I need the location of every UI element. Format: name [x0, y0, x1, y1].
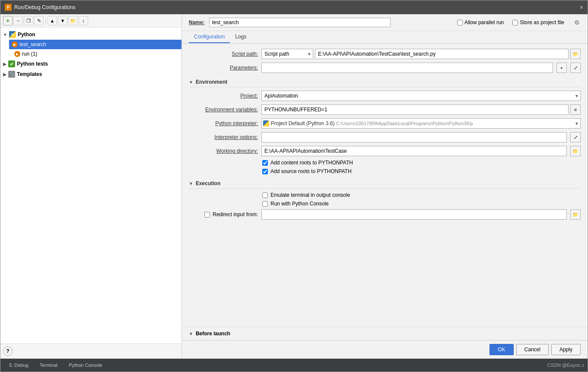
- move-down-button[interactable]: ▼: [58, 16, 67, 25]
- allow-parallel-run-checkbox[interactable]: [457, 20, 463, 25]
- tree-item-test-search-label: test_search: [19, 41, 46, 47]
- script-type-wrapper: Script path ▼: [261, 49, 313, 59]
- interpreter-py-icon: [263, 120, 269, 126]
- title-bar: P Run/Debug Configurations ×: [0, 0, 588, 14]
- python-group-label: Python: [18, 32, 35, 38]
- add-config-button[interactable]: +: [3, 16, 13, 25]
- add-source-roots-row: Add source roots to PYTHONPATH: [189, 168, 581, 174]
- script-path-wrapper: Script path ▼ 📁: [261, 49, 581, 59]
- project-select-wrapper: ApiAutomation ▼: [261, 91, 581, 101]
- help-button[interactable]: ?: [3, 347, 13, 356]
- python-group: ▼ P Python ▶ test_search ▶ run (1: [0, 29, 181, 59]
- emulate-terminal-label[interactable]: Emulate terminal in output console: [270, 192, 350, 198]
- tab-logs[interactable]: Logs: [230, 31, 251, 43]
- python-tests-group[interactable]: ▶ ✔ Python tests: [0, 59, 181, 69]
- run-debug-dialog: P Run/Debug Configurations × + − ❐ ✎ ▲ ▼…: [0, 0, 588, 372]
- interpreter-select[interactable]: [261, 118, 581, 129]
- run-with-python-console-row: Run with Python Console: [189, 201, 581, 207]
- gear-button[interactable]: ⚙: [573, 19, 581, 26]
- env-vars-edit-button[interactable]: ≡: [570, 104, 581, 115]
- script-path-browse-button[interactable]: 📁: [570, 49, 581, 59]
- script-type-select[interactable]: Script path: [261, 49, 313, 59]
- right-panel: Name: Allow parallel run Store as projec…: [182, 14, 588, 359]
- interpreter-options-input[interactable]: [261, 132, 567, 142]
- ok-button[interactable]: OK: [489, 344, 513, 355]
- working-dir-input[interactable]: [261, 146, 567, 156]
- redirect-input-left: Redirect input from:: [189, 211, 258, 218]
- add-source-roots-label[interactable]: Add source roots to PYTHONPATH: [270, 168, 352, 174]
- tab-configuration[interactable]: Configuration: [189, 31, 230, 43]
- environment-section-label: Environment: [196, 79, 227, 85]
- parameters-expand-button[interactable]: ⤢: [570, 63, 581, 73]
- move-up-button[interactable]: ▲: [48, 16, 57, 25]
- add-content-roots-checkbox[interactable]: [262, 160, 268, 166]
- working-dir-browse-button[interactable]: 📁: [570, 146, 581, 156]
- env-vars-row: Environment variables: ≡: [189, 104, 581, 115]
- templates-chevron: ▶: [3, 72, 6, 77]
- execution-chevron: ▼: [189, 181, 193, 186]
- tree-item-test-search[interactable]: ▶ test_search: [9, 40, 181, 49]
- app-icon: P: [5, 4, 12, 11]
- emulate-terminal-row: Emulate terminal in output console: [189, 192, 581, 198]
- sort-button[interactable]: ↕: [79, 16, 88, 25]
- store-as-project-label[interactable]: Store as project file: [512, 19, 564, 25]
- python-group-header[interactable]: ▼ P Python: [0, 29, 181, 40]
- env-vars-label: Environment variables:: [189, 107, 258, 113]
- run-icon-test-search: ▶: [12, 41, 18, 47]
- remove-config-button[interactable]: −: [13, 16, 23, 25]
- emulate-terminal-checkbox[interactable]: [262, 192, 268, 198]
- configuration-tree: ▼ P Python ▶ test_search ▶ run (1: [0, 28, 181, 344]
- name-input[interactable]: [209, 18, 391, 27]
- redirect-input-label[interactable]: Redirect input from:: [213, 211, 258, 218]
- execution-section-label: Execution: [196, 180, 220, 186]
- add-content-roots-label[interactable]: Add content roots to PYTHONPATH: [270, 160, 353, 166]
- run-icon-run: ▶: [14, 51, 20, 57]
- interpreter-options-expand-button[interactable]: ⤢: [570, 132, 581, 142]
- parameters-input[interactable]: [261, 63, 553, 73]
- main-content: + − ❐ ✎ ▲ ▼ 📁 ↕ ▼ P Python: [0, 14, 588, 359]
- templates-group[interactable]: ▶ 🔧 Templates: [0, 69, 181, 79]
- execution-section-header[interactable]: ▼ Execution: [189, 178, 581, 189]
- close-button[interactable]: ×: [580, 4, 583, 11]
- folder-button[interactable]: 📁: [68, 16, 78, 25]
- edit-config-button[interactable]: ✎: [34, 16, 44, 25]
- tabs-bar: Configuration Logs: [182, 31, 588, 44]
- environment-chevron: ▼: [189, 80, 193, 85]
- parameters-plus-button[interactable]: +: [556, 63, 567, 73]
- project-label: Project:: [189, 93, 258, 99]
- redirect-input-field[interactable]: [261, 209, 567, 220]
- python-console-tab[interactable]: Python Console: [64, 361, 108, 369]
- redirect-input-checkbox[interactable]: [204, 212, 210, 218]
- tree-item-run[interactable]: ▶ run (1): [9, 49, 181, 59]
- cancel-button[interactable]: Cancel: [516, 344, 549, 355]
- run-with-python-console-checkbox[interactable]: [262, 201, 268, 207]
- store-as-project-text: Store as project file: [520, 19, 564, 25]
- interpreter-label: Python interpreter:: [189, 120, 258, 126]
- name-label: Name:: [189, 19, 205, 25]
- before-launch-header[interactable]: ▼ Before launch: [189, 331, 581, 337]
- working-dir-label: Working directory:: [189, 148, 258, 154]
- project-select[interactable]: ApiAutomation: [261, 91, 581, 101]
- interpreter-wrapper: ▼ Project Default (Python 3.6) C:\Users\…: [261, 118, 581, 129]
- allow-parallel-run-label[interactable]: Allow parallel run: [457, 19, 504, 25]
- python-group-chevron: ▼: [3, 32, 7, 37]
- parallel-run-area: Allow parallel run Store as project file…: [457, 19, 581, 26]
- project-row: Project: ApiAutomation ▼: [189, 91, 581, 101]
- redirect-input-browse-button[interactable]: 📁: [570, 209, 581, 220]
- parameters-row: Parameters: + ⤢: [189, 63, 581, 73]
- title-bar-left: P Run/Debug Configurations: [5, 4, 75, 11]
- run-with-python-console-label[interactable]: Run with Python Console: [270, 201, 329, 207]
- add-source-roots-checkbox[interactable]: [262, 169, 268, 174]
- script-path-input[interactable]: [315, 49, 569, 59]
- env-vars-input[interactable]: [261, 104, 569, 115]
- debug-tab[interactable]: 5: Debug: [4, 361, 34, 369]
- tree-item-run-label: run (1): [22, 51, 37, 57]
- python-icon: P: [9, 31, 16, 38]
- terminal-tab[interactable]: Terminal: [35, 361, 63, 369]
- bottom-bar: 5: Debug Terminal Python Console CSDN @E…: [0, 359, 588, 372]
- configurations-toolbar: + − ❐ ✎ ▲ ▼ 📁 ↕: [0, 14, 181, 28]
- copy-config-button[interactable]: ❐: [24, 16, 33, 25]
- environment-section-header[interactable]: ▼ Environment: [189, 76, 581, 87]
- apply-button[interactable]: Apply: [551, 344, 581, 355]
- store-as-project-checkbox[interactable]: [512, 20, 518, 25]
